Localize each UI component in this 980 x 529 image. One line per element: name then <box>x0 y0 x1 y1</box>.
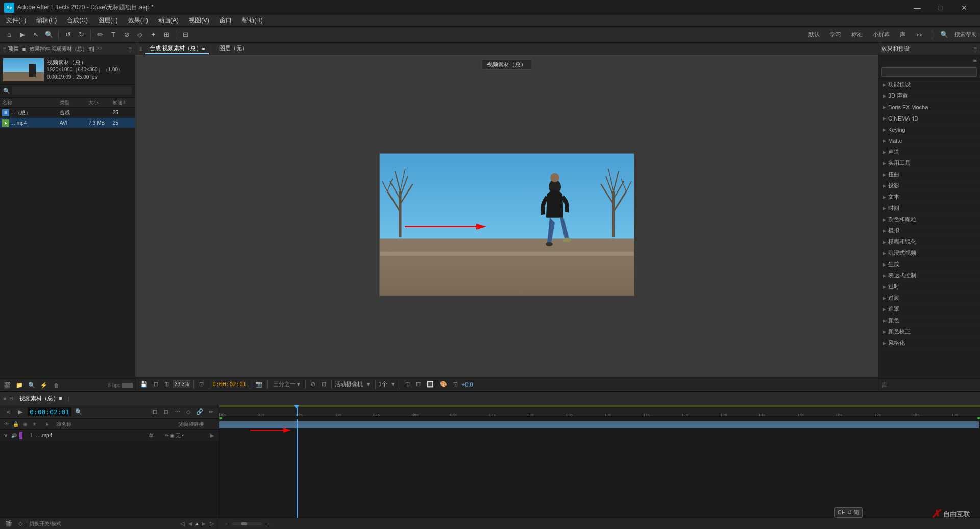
tool-text[interactable]: T <box>107 29 119 41</box>
project-panel-expand[interactable]: ≡ <box>129 46 132 52</box>
color-info-btn[interactable]: 🎨 <box>438 380 449 389</box>
project-search-input[interactable] <box>12 87 132 95</box>
effect-cat-stylize[interactable]: ▶ 风格化 <box>878 338 980 349</box>
roi-btn[interactable]: ⊟ <box>414 380 423 389</box>
effect-cat-perspective[interactable]: ▶ 投影 <box>878 180 980 191</box>
effect-cat-expression[interactable]: ▶ 表达式控制 <box>878 270 980 281</box>
effect-cat-color[interactable]: ▶ 颜色 <box>878 315 980 326</box>
effect-cat-blur[interactable]: ▶ 模糊和锐化 <box>878 236 980 248</box>
tl-col-lock[interactable]: 🔒 <box>11 420 20 429</box>
workspace-default[interactable]: 默认 <box>805 30 823 39</box>
effect-cat-distort[interactable]: ▶ 扭曲 <box>878 169 980 180</box>
toggle-transparency[interactable]: ⊘ <box>309 380 317 389</box>
tool-align[interactable]: ⊟ <box>179 29 191 41</box>
effect-cat-boris[interactable]: ▶ Boris FX Mocha <box>878 102 980 113</box>
close-button[interactable]: ✕ <box>952 0 976 15</box>
fit-button[interactable]: ⊡ <box>197 380 206 389</box>
tool-home[interactable]: ⌂ <box>3 29 15 41</box>
toggle-grid[interactable]: ⊞ <box>320 380 328 389</box>
tl-track-bar[interactable] <box>219 421 979 428</box>
minimize-button[interactable]: — <box>905 0 929 15</box>
tool-redo[interactable]: ↻ <box>75 29 87 41</box>
menu-view[interactable]: 视图(V) <box>185 15 213 26</box>
table-row[interactable]: ▶ ….mp4 AVI 7.3 MB 25 <box>0 118 135 128</box>
effect-cat-channel[interactable]: ▶ 声道 <box>878 147 980 158</box>
tl-zoom-out-btn[interactable]: − <box>223 521 230 527</box>
flow-button[interactable]: ⚡ <box>39 381 49 390</box>
effect-cat-presets[interactable]: ▶ 功能预设 <box>878 79 980 90</box>
tool-search[interactable]: 🔍 <box>43 29 55 41</box>
effect-cat-color-correction[interactable]: ▶ 颜色校正 <box>878 326 980 338</box>
new-item-button[interactable]: 🎬 <box>2 381 12 390</box>
tl-layer-row[interactable]: 👁 🔊 1 ….mp4 单 ✏ ◉ 无 ▾ ▶ <box>0 430 219 441</box>
color-swatch[interactable] <box>122 383 133 388</box>
tl-next-kf-btn[interactable]: ▷ <box>208 520 216 527</box>
maximize-button[interactable]: □ <box>929 0 952 15</box>
tl-solo-btn[interactable]: ⊡ <box>150 407 160 417</box>
tool-camera[interactable]: ⊞ <box>160 29 173 41</box>
menu-help[interactable]: 帮助(H) <box>238 15 267 26</box>
effect-cat-transition[interactable]: ▶ 过渡 <box>878 293 980 304</box>
menu-animation[interactable]: 动画(A) <box>154 15 183 26</box>
zoom-select[interactable]: 33.3% <box>173 380 190 388</box>
effect-cat-noise[interactable]: ▶ 杂色和颗粒 <box>878 214 980 225</box>
effect-cat-simulate[interactable]: ▶ 模拟 <box>878 225 980 236</box>
tl-eye-toggle[interactable]: 👁 <box>2 432 9 439</box>
timeline-tab-main[interactable]: 视频素材（总）≡ <box>16 394 65 403</box>
tool-undo[interactable]: ↺ <box>62 29 74 41</box>
delete-button[interactable]: 🗑 <box>51 381 61 390</box>
effect-cat-cinema4d[interactable]: ▶ CINEMA 4D <box>878 113 980 124</box>
snapshot-btn[interactable]: 🔳 <box>425 380 436 389</box>
workspace-standard[interactable]: 标准 <box>848 30 866 39</box>
tool-shape[interactable]: ◇ <box>134 29 146 41</box>
workspace-library[interactable]: 库 <box>897 30 909 39</box>
effect-cat-generate[interactable]: ▶ 生成 <box>878 259 980 270</box>
tl-search-btn[interactable]: 🔍 <box>74 407 84 417</box>
tl-layer-name[interactable]: ….mp4 <box>34 432 148 438</box>
effect-cat-text[interactable]: ▶ 文本 <box>878 191 980 203</box>
effects-expand-btn[interactable]: ≡ <box>973 56 977 64</box>
menu-window[interactable]: 窗口 <box>215 15 236 26</box>
tl-zoom-slider[interactable] <box>232 522 262 525</box>
effect-cat-mask[interactable]: ▶ 遮罩 <box>878 304 980 315</box>
preview-btn[interactable]: ⊡ <box>451 380 460 389</box>
tl-prev-kf-btn[interactable]: ◁ <box>178 520 186 527</box>
menu-effects[interactable]: 效果(T) <box>124 15 152 26</box>
effects-search-input[interactable] <box>881 67 977 77</box>
tl-audio-toggle[interactable]: 🔊 <box>10 432 17 439</box>
workspace-more[interactable]: >> <box>913 31 925 39</box>
tool-select[interactable]: ↖ <box>30 29 42 41</box>
effect-cat-matte[interactable]: ▶ Matte <box>878 135 980 147</box>
folder-button[interactable]: 📁 <box>14 381 24 390</box>
search-bottom-btn[interactable]: 🔍 <box>27 381 37 390</box>
viewer-ctrl-save[interactable]: 💾 <box>138 380 150 389</box>
tool-play[interactable]: ▶ <box>16 29 29 41</box>
project-fx-tab[interactable]: 效果控件 视频素材（总）.mj <box>30 45 94 53</box>
tl-ruler[interactable]: 00s 00s 01s 02s 03s 04s 05s 06s <box>219 405 980 417</box>
effect-cat-obsolete[interactable]: ▶ 过时 <box>878 281 980 293</box>
effect-cat-keying[interactable]: ▶ Keying <box>878 124 980 135</box>
tl-track-area[interactable] <box>219 419 980 518</box>
tl-col-eye[interactable]: 👁 <box>2 420 11 429</box>
table-row[interactable]: ⊞ …（总） 合成 25 <box>0 108 135 118</box>
tl-playhead[interactable] <box>297 419 298 518</box>
tl-render-btn[interactable]: ⊞ <box>161 407 171 417</box>
tl-layer-expand-btn[interactable]: ▶ <box>208 431 217 440</box>
views-chevron-btn[interactable]: ▾ <box>389 380 397 389</box>
tool-pen[interactable]: ✏ <box>94 29 106 41</box>
comp-tab-layer[interactable]: 图层（无） <box>215 43 252 54</box>
viewer-ctrl-render[interactable]: ⊡ <box>152 380 160 389</box>
tool-brush[interactable]: ⊘ <box>120 29 133 41</box>
menu-file[interactable]: 文件(F) <box>2 15 30 26</box>
workspace-small[interactable]: 小屏幕 <box>870 30 893 39</box>
effect-cat-immersive[interactable]: ▶ 沉浸式视频 <box>878 248 980 259</box>
tl-layer-mode[interactable]: 单 <box>149 432 164 439</box>
tl-comment-btn[interactable]: ✏ <box>206 407 216 417</box>
tl-add-marker-btn[interactable]: ◇ <box>16 520 24 527</box>
tl-play-button[interactable]: ▶ <box>15 407 26 417</box>
tl-keyframe-btn[interactable]: ◇ <box>183 407 193 417</box>
tl-parent-none[interactable]: 无 <box>176 432 181 439</box>
menu-edit[interactable]: 编辑(E) <box>32 15 61 26</box>
effect-cat-utility[interactable]: ▶ 实用工具 <box>878 158 980 169</box>
menu-comp[interactable]: 合成(C) <box>63 15 92 26</box>
